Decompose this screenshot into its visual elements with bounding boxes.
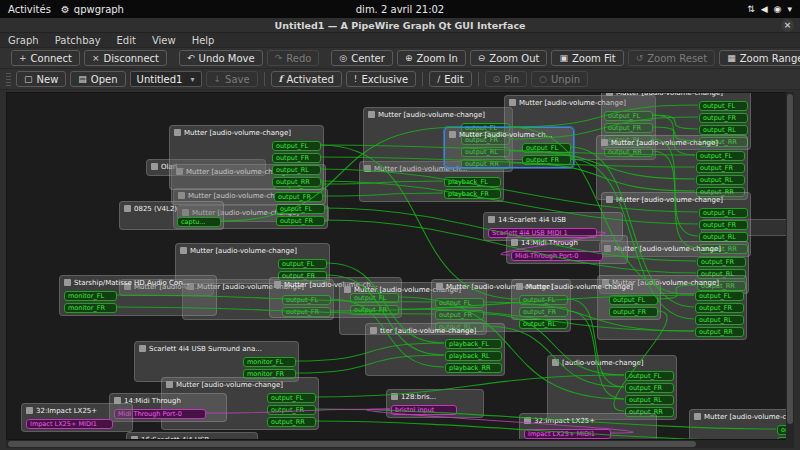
port-output_rl[interactable]: output_RL bbox=[696, 175, 745, 185]
menu-patchbay[interactable]: Patchbay bbox=[47, 34, 109, 47]
port-playback_rl[interactable]: playback_RL bbox=[445, 351, 502, 361]
pin-button[interactable]: ⊙ Pin bbox=[485, 71, 527, 87]
port-output_rl[interactable]: output_RL bbox=[625, 395, 674, 405]
zoom-range-button[interactable]: ▦ Zoom Range bbox=[719, 50, 800, 66]
node-title: Mutter [audio-volume-ch... bbox=[459, 131, 552, 139]
vertical-scrollbar[interactable] bbox=[786, 92, 794, 440]
graph-node[interactable]: tter [audio-volume-change]playback_FLpla… bbox=[365, 323, 505, 376]
port-output_fl[interactable]: output_FL bbox=[609, 295, 658, 305]
port-output_fr[interactable]: output_FR bbox=[267, 405, 316, 415]
port-output_fl[interactable]: output_FL bbox=[267, 393, 316, 403]
port-captu...[interactable]: captu... bbox=[177, 217, 221, 227]
port-output_fl[interactable]: output_FL bbox=[696, 151, 745, 161]
port-midi-through-port-0[interactable]: Midi-Through Port-0 bbox=[511, 251, 603, 261]
port-output_fl[interactable]: output_FL bbox=[276, 204, 325, 214]
exclusive-button[interactable]: ! Exclusive bbox=[346, 71, 416, 87]
activities-button[interactable]: Activités bbox=[8, 4, 51, 15]
edit-button[interactable]: ∕ Edit bbox=[429, 71, 471, 87]
port-output_fr[interactable]: output_FR bbox=[609, 307, 658, 317]
port-output_fr[interactable]: output_FR bbox=[274, 192, 323, 202]
port-output_rr[interactable]: output_RR bbox=[272, 177, 321, 187]
port-output_fr[interactable]: output_FR bbox=[697, 257, 746, 267]
port-monitor_fr[interactable]: monitor_FR bbox=[64, 303, 117, 313]
node-header: Starship/Matisse HD Audio Con... bbox=[60, 276, 216, 289]
node-icon bbox=[124, 205, 131, 212]
port-impact-lx25+-midi1[interactable]: Impact LX25+ MIDI1 bbox=[524, 429, 611, 439]
port-output_rl[interactable]: output_RL bbox=[699, 125, 748, 135]
port-monitor_fl[interactable]: monitor_FL bbox=[64, 291, 117, 301]
zoom-out-button[interactable]: ⊖ Zoom Out bbox=[470, 50, 548, 66]
port-playback_fr[interactable]: playback_FR bbox=[444, 189, 501, 199]
port-monitor_fl[interactable]: monitor_FL bbox=[243, 357, 296, 367]
port-output_fr[interactable]: output_FR bbox=[625, 383, 674, 393]
menu-edit[interactable]: Edit bbox=[109, 34, 144, 47]
graph-node[interactable]: 32:Impact LX25+Impact LX25+ MIDI1 bbox=[21, 403, 133, 432]
port-output_rl[interactable]: output_RL bbox=[519, 319, 568, 329]
graph-node[interactable]: Mutter [audio-volume-chang...output_FLou… bbox=[689, 409, 794, 440]
connect-button[interactable]: + Connect bbox=[11, 50, 80, 66]
graph-canvas[interactable]: Olari......he C...Mutter [audio-vo...Mut… bbox=[6, 92, 794, 440]
graph-node[interactable]: Scarlett 4i4 USB Surround ana...monitor_… bbox=[134, 341, 299, 382]
graph-node[interactable]: 16:Scarlett 4i4 USB bbox=[126, 432, 258, 440]
port-output_fr[interactable]: output_FR bbox=[699, 113, 748, 123]
port-output_rl[interactable]: output_RL bbox=[695, 315, 744, 325]
horizontal-scrollbar-thumb[interactable] bbox=[8, 441, 696, 447]
center-button[interactable]: ◎ Center bbox=[331, 50, 393, 66]
port-impact-lx25+-midi1[interactable]: Impact LX25+ MIDI1 bbox=[26, 419, 113, 429]
port-output_rr[interactable]: output_RR bbox=[695, 327, 744, 337]
node-icon bbox=[391, 393, 398, 400]
patchbay-select[interactable]: Untitled1 ▾ bbox=[130, 71, 202, 87]
graph-node[interactable]: Mutter [audio-volume-change]output_FLout… bbox=[511, 279, 661, 320]
port-bristol-input[interactable]: bristol input bbox=[391, 405, 457, 415]
unpin-button[interactable]: ○ Unpin bbox=[531, 71, 588, 87]
menu-view[interactable]: View bbox=[144, 34, 184, 47]
graph-node[interactable]: 32:Impact LX25+Impact LX25+ MIDI1 bbox=[519, 413, 657, 440]
vertical-scrollbar-thumb[interactable] bbox=[787, 94, 793, 424]
new-button[interactable]: ▢ New bbox=[16, 71, 66, 87]
graph-node[interactable]: 0825 (V4L2)captu... bbox=[119, 201, 224, 230]
toolbar-drag-handle[interactable] bbox=[6, 73, 11, 86]
system-tray[interactable]: ⇅ ◀ ◉ ▾ bbox=[747, 4, 800, 14]
open-button[interactable]: ▤ Open bbox=[70, 71, 125, 87]
graph-node[interactable]: Mutter [audio-volume-ch...output_FLoutpu… bbox=[444, 127, 574, 168]
window-titlebar[interactable]: Untitled1 — A PipeWire Graph Qt GUI Inte… bbox=[0, 18, 800, 33]
port-output_fr[interactable]: output_FR bbox=[522, 155, 571, 165]
horizontal-scrollbar[interactable] bbox=[6, 440, 786, 448]
disconnect-button[interactable]: × Disconnect bbox=[84, 50, 167, 66]
port-output_fl[interactable]: output_FL bbox=[699, 101, 748, 111]
undo-move-button[interactable]: ↶ Undo Move bbox=[179, 50, 263, 66]
graph-node[interactable]: 128:bris...bristol input bbox=[386, 389, 484, 418]
port-output_fl[interactable]: output_FL bbox=[522, 143, 571, 153]
port-playback_rr[interactable]: playback_RR bbox=[445, 363, 502, 373]
zoom-in-button[interactable]: ⊕ Zoom In bbox=[397, 50, 466, 66]
port-output_rl[interactable]: output_RL bbox=[272, 165, 321, 175]
zoom-fit-button[interactable]: ▣ Zoom Fit bbox=[551, 50, 623, 66]
port-output_fr[interactable]: output_FR bbox=[695, 303, 744, 313]
port-output_fl[interactable]: output_FL bbox=[625, 371, 674, 381]
port-output_fr[interactable]: output_FR bbox=[272, 153, 321, 163]
focused-app-chip[interactable]: ⚙ qpwgraph bbox=[61, 4, 124, 15]
zoom-reset-button[interactable]: ↺ Zoom Reset bbox=[628, 50, 716, 66]
port-playback_fl[interactable]: playback_FL bbox=[445, 339, 502, 349]
save-button[interactable]: ↓ Save bbox=[206, 71, 258, 87]
port-output_fl[interactable]: output_FL bbox=[278, 259, 327, 269]
port-output_fl[interactable]: output_FL bbox=[695, 291, 744, 301]
graph-node[interactable]: Mutter [audio-volume-change]output_FLout… bbox=[169, 125, 324, 190]
port-output_fr[interactable]: output_FR bbox=[276, 216, 325, 226]
activated-button[interactable]: f Activated bbox=[271, 71, 342, 87]
port-output_fr[interactable]: output_FR bbox=[699, 220, 748, 230]
node-icon bbox=[511, 239, 518, 246]
graph-node[interactable]: 14:Midi ThroughMidi-Through Port-0 bbox=[506, 235, 628, 264]
port-output_fr[interactable]: output_FR bbox=[696, 163, 745, 173]
port-output_rr[interactable]: output_RR bbox=[267, 417, 316, 427]
menu-help[interactable]: Help bbox=[184, 34, 223, 47]
graph-node[interactable]: Mutter [audio-volume-change]output_FLout… bbox=[596, 135, 748, 200]
graph-node[interactable]: Starship/Matisse HD Audio Con...monitor_… bbox=[59, 275, 217, 316]
close-button[interactable]: × bbox=[781, 19, 794, 32]
redo-button[interactable]: ↷ Redo bbox=[267, 50, 320, 66]
graph-node[interactable]: [audio-volume-change]output_FLoutput_FRo… bbox=[547, 355, 677, 420]
port-output_fl[interactable]: output_FL bbox=[272, 141, 321, 151]
port-playback_fl[interactable]: playback_FL bbox=[444, 177, 501, 187]
port-output_fl[interactable]: output_FL bbox=[699, 208, 748, 218]
menu-graph[interactable]: Graph bbox=[0, 34, 47, 47]
